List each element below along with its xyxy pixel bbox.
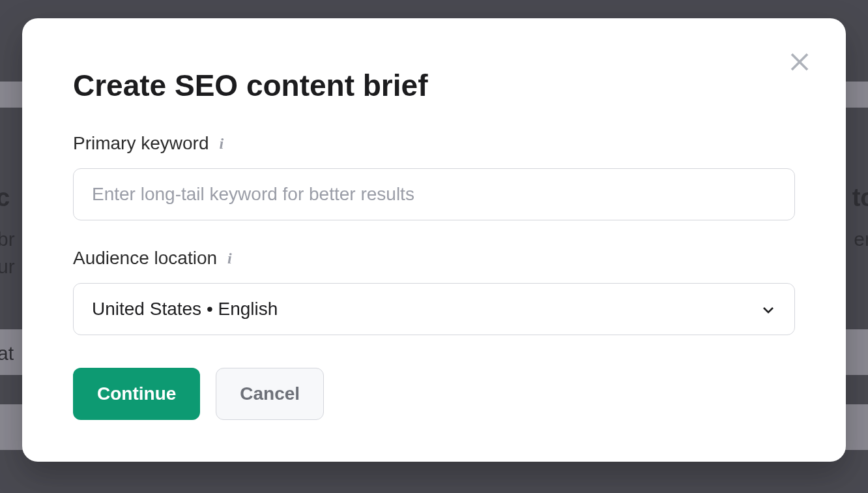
audience-location-value: United States • English <box>92 299 278 320</box>
create-seo-brief-modal: Create SEO content brief Primary keyword… <box>22 18 846 462</box>
cancel-button-label: Cancel <box>240 383 300 404</box>
continue-button[interactable]: Continue <box>73 368 200 420</box>
close-icon <box>788 50 811 74</box>
audience-location-label: Audience location i <box>73 248 795 269</box>
primary-keyword-label-text: Primary keyword <box>73 133 209 154</box>
close-button[interactable] <box>786 48 813 76</box>
cancel-button[interactable]: Cancel <box>216 368 324 420</box>
primary-keyword-label: Primary keyword i <box>73 133 795 154</box>
modal-title: Create SEO content brief <box>73 68 795 103</box>
info-icon[interactable]: i <box>227 250 232 267</box>
audience-location-label-text: Audience location <box>73 248 217 269</box>
primary-keyword-input[interactable] <box>73 168 795 220</box>
chevron-down-icon <box>760 301 776 317</box>
continue-button-label: Continue <box>97 383 176 404</box>
audience-location-select[interactable]: United States • English <box>73 283 795 335</box>
info-icon[interactable]: i <box>219 135 224 153</box>
modal-button-row: Continue Cancel <box>73 368 795 420</box>
